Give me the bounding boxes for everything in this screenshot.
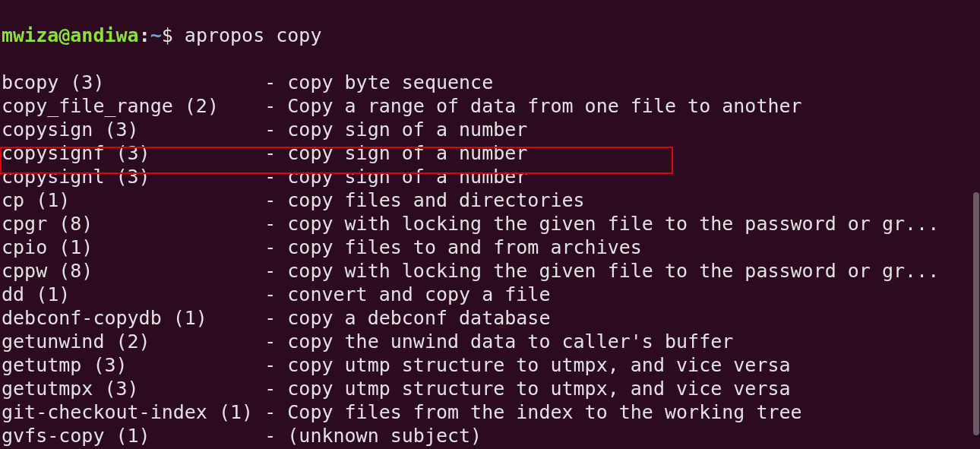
result-row: getunwind (2) - copy the unwind data to … [2, 330, 980, 353]
scrollbar-thumb[interactable] [973, 192, 979, 435]
result-row: cp (1) - copy files and directories [2, 188, 980, 212]
result-row: cpgr (8) - copy with locking the given f… [2, 212, 980, 236]
result-row: gvfs-copy (1) - (unknown subject) [2, 424, 980, 447]
terminal-output[interactable]: mwiza@andiwa:~$ apropos copy bcopy (3) -… [0, 0, 980, 449]
result-row: bcopy (3) - copy byte sequence [2, 71, 980, 94]
prompt-user: mwiza@andiwa [2, 24, 139, 46]
prompt-line: mwiza@andiwa:~$ apropos copy [2, 24, 980, 47]
result-row: git-checkout-index (1) - Copy files from… [2, 400, 980, 424]
command-text: apropos copy [185, 24, 322, 46]
result-row: debconf-copydb (1) - copy a debconf data… [2, 306, 980, 330]
result-row: copysignf (3) - copy sign of a number [2, 141, 980, 165]
result-row: getutmpx (3) - copy utmp structure to ut… [2, 377, 980, 400]
result-row: cpio (1) - copy files to and from archiv… [2, 236, 980, 259]
result-row: copysignl (3) - copy sign of a number [2, 165, 980, 188]
result-row: copysign (3) - copy sign of a number [2, 118, 980, 141]
result-row: copy_file_range (2) - Copy a range of da… [2, 94, 980, 118]
result-row: dd (1) - convert and copy a file [2, 283, 980, 306]
prompt-dollar: $ [162, 24, 185, 46]
prompt-colon: : [139, 24, 150, 46]
result-row: cppw (8) - copy with locking the given f… [2, 259, 980, 283]
scrollbar-track[interactable] [971, 0, 980, 449]
prompt-path: ~ [150, 24, 162, 46]
result-row: getutmp (3) - copy utmp structure to utm… [2, 353, 980, 377]
